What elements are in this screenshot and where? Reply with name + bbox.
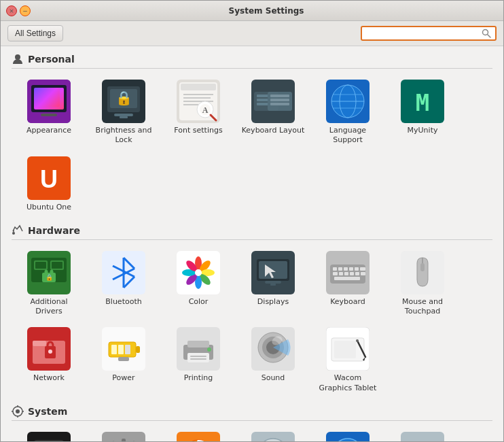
svg-rect-11: [114, 114, 133, 116]
brightness-label: Brightness andLock: [96, 126, 152, 146]
toolbar: All Settings: [1, 21, 503, 46]
privacy-item[interactable]: Privacy: [161, 426, 236, 441]
window-title: System Settings: [35, 6, 498, 16]
wacom-label: WacomGraphics Tablet: [319, 373, 377, 393]
svg-rect-77: [270, 284, 276, 286]
universal-access-item[interactable]: Universal Access: [310, 426, 385, 441]
system-settings-window: × − System Settings All Settings: [0, 0, 504, 442]
all-settings-button[interactable]: All Settings: [7, 25, 63, 41]
color-label: Color: [189, 297, 209, 307]
svg-rect-105: [118, 345, 124, 354]
hardware-section-header: Hardware: [12, 224, 492, 240]
keyboard-layout-item[interactable]: Keyboard Layout: [236, 74, 310, 151]
svg-text:M: M: [416, 89, 429, 116]
svg-rect-30: [270, 95, 289, 97]
search-input[interactable]: [366, 29, 482, 38]
personal-section-icon: [12, 53, 24, 65]
svg-rect-80: [333, 267, 337, 271]
close-button[interactable]: ×: [6, 5, 17, 16]
mouse-label: Mouse andTouchpad: [402, 297, 443, 317]
myunity-item[interactable]: M MyUnity: [385, 74, 460, 151]
mouse-item[interactable]: Mouse andTouchpad: [385, 245, 460, 322]
keyboard-item[interactable]: Keyboard: [310, 245, 385, 322]
svg-rect-145: [122, 439, 126, 441]
myunity-icon: M: [401, 80, 444, 123]
sound-icon: [251, 327, 295, 371]
language-icon: [326, 80, 370, 123]
details-icon: [102, 432, 145, 441]
svg-rect-103: [136, 346, 140, 353]
svg-rect-83: [349, 267, 353, 271]
svg-rect-106: [125, 345, 130, 354]
svg-rect-81: [338, 267, 342, 271]
brightness-item[interactable]: 🔒 Brightness andLock: [86, 74, 161, 151]
ubuntu-one-item[interactable]: U Ubuntu One: [12, 151, 86, 218]
svg-rect-48: [35, 262, 46, 269]
bluetooth-icon: [102, 251, 145, 294]
svg-rect-50: [52, 262, 62, 269]
language-item[interactable]: LanguageSupport: [310, 74, 385, 151]
svg-rect-132: [27, 432, 71, 441]
keyboard-layout-label: Keyboard Layout: [242, 126, 305, 135]
wacom-icon: [326, 327, 370, 371]
svg-point-71: [195, 269, 202, 276]
user-accounts-item[interactable]: User Accounts: [385, 426, 460, 441]
search-bar[interactable]: [361, 26, 497, 41]
bluetooth-item[interactable]: Bluetooth: [86, 245, 161, 322]
minimize-button[interactable]: −: [20, 5, 31, 16]
svg-text:🔒: 🔒: [115, 90, 132, 106]
svg-rect-31: [270, 99, 289, 101]
power-icon: [102, 327, 145, 371]
time-item[interactable]: Time & Date: [236, 426, 310, 441]
font-item[interactable]: A Font settings: [161, 74, 236, 151]
keyboard-label: Keyboard: [330, 297, 365, 307]
font-label: Font settings: [174, 126, 222, 135]
svg-rect-92: [334, 277, 360, 280]
additional-drivers-item[interactable]: 🔒 AdditionalDrivers: [12, 245, 86, 322]
network-icon: [27, 327, 71, 371]
search-icon: [482, 29, 491, 38]
color-item[interactable]: Color: [161, 245, 236, 322]
color-icon: [177, 251, 220, 294]
sound-item[interactable]: Sound: [236, 322, 310, 398]
svg-rect-15: [181, 84, 216, 90]
wacom-item[interactable]: WacomGraphics Tablet: [310, 322, 385, 398]
system-section: System: [12, 405, 492, 441]
svg-rect-32: [270, 103, 289, 105]
displays-label: Displays: [257, 297, 289, 307]
appearance-item[interactable]: Appearance: [12, 74, 86, 151]
user-accounts-icon: [401, 432, 444, 441]
content-area: Personal: [1, 46, 503, 441]
hardware-section-icon: [12, 224, 24, 237]
printing-item[interactable]: Printing: [161, 322, 236, 398]
svg-point-2: [15, 54, 20, 60]
displays-item[interactable]: Displays: [236, 245, 310, 322]
backup-item[interactable]: Backup: [12, 426, 86, 441]
svg-rect-112: [190, 356, 206, 357]
keyboard-layout-icon: [251, 80, 295, 123]
keyboard-icon: [326, 251, 370, 294]
svg-text:A: A: [202, 105, 209, 115]
svg-rect-95: [420, 263, 425, 271]
personal-items-grid: Appearance 🔒 Brightness: [12, 74, 492, 218]
svg-point-114: [207, 347, 211, 352]
svg-rect-89: [350, 272, 354, 275]
svg-point-127: [16, 409, 20, 413]
additional-drivers-icon: 🔒: [27, 251, 71, 294]
additional-drivers-label: AdditionalDrivers: [30, 297, 67, 317]
network-item[interactable]: Network: [12, 322, 86, 398]
personal-section-header: Personal: [12, 53, 492, 69]
svg-rect-12: [120, 116, 128, 118]
svg-point-125: [356, 339, 359, 342]
appearance-label: Appearance: [26, 126, 71, 135]
details-item[interactable]: Details: [86, 426, 161, 441]
svg-rect-88: [344, 272, 348, 275]
sound-label: Sound: [262, 373, 285, 383]
system-section-icon: [12, 405, 24, 418]
mouse-icon: [401, 251, 444, 294]
svg-rect-113: [190, 358, 206, 360]
printing-icon: [177, 327, 220, 371]
power-item[interactable]: Power: [86, 322, 161, 398]
universal-access-icon: [326, 432, 370, 441]
svg-rect-110: [187, 341, 209, 347]
